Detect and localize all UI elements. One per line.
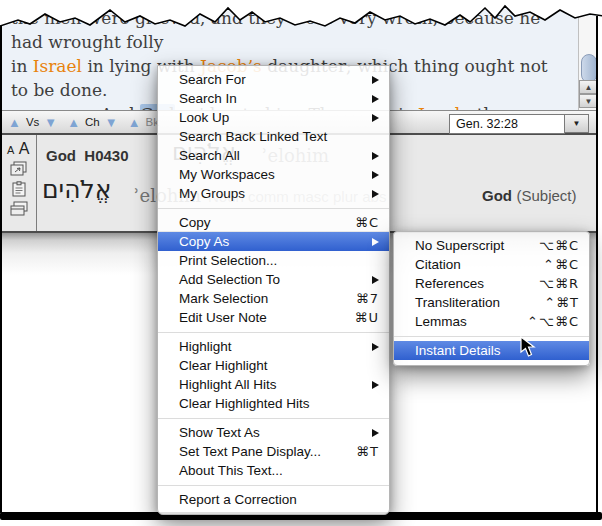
verse-up-button[interactable]: ▲ — [8, 116, 21, 129]
menu-item-label: Clear Highlight — [179, 358, 268, 373]
increase-font-icon[interactable]: A — [19, 140, 30, 157]
menu-item-add-selection-to[interactable]: Add Selection To — [158, 270, 389, 289]
menu-item-label: Mark Selection — [179, 291, 268, 306]
lemma-gloss: God H0430 — [46, 147, 129, 164]
menu-item-label: Highlight — [179, 339, 232, 354]
context-menu: Search For Search In Look Up Search Back… — [157, 65, 390, 515]
menu-item-clear-highlighted-hits[interactable]: Clear Highlighted Hits — [158, 394, 389, 413]
menu-item-mark-selection[interactable]: Mark Selection⌘7 — [158, 289, 389, 308]
submenu-arrow-icon — [372, 76, 379, 84]
menu-item-label: No Superscript — [415, 238, 504, 253]
reference-dropdown-button[interactable]: ▼ — [565, 114, 589, 133]
menu-item-highlight[interactable]: Highlight — [158, 337, 389, 356]
menu-item-about-this-text[interactable]: About This Text... — [158, 461, 389, 480]
details-icon-strip: A A — [2, 135, 37, 231]
menu-item-print-selection[interactable]: Print Selection... — [158, 251, 389, 270]
scrollbar-thumb[interactable] — [581, 54, 596, 83]
chapter-up-button[interactable]: ▲ — [67, 116, 80, 129]
menu-item-label: Set Text Pane Display... — [179, 444, 321, 459]
scroll-down-button[interactable]: ▼ — [579, 94, 596, 108]
menu-shortcut: ⌘U — [354, 310, 379, 325]
menu-item-label: About This Text... — [179, 463, 283, 478]
reference-combobox[interactable]: Gen. 32:28 ▼ — [449, 114, 589, 134]
menu-item-label: Search For — [179, 72, 246, 87]
submenu-item-no-superscript[interactable]: No Superscript⌥⌘C — [394, 236, 589, 255]
gloss-and-role: God (Subject) — [482, 187, 576, 205]
menu-item-report-a-correction[interactable]: Report a Correction — [158, 490, 389, 509]
strongs-number: H0430 — [84, 147, 128, 164]
menu-item-copy[interactable]: Copy⌘C — [158, 213, 389, 232]
menu-item-label: Report a Correction — [179, 492, 297, 507]
panes-icon[interactable] — [10, 201, 28, 217]
up-arrow-icon: ▲ — [585, 83, 593, 92]
submenu-item-lemmas[interactable]: Lemmas⌃⌥⌘C — [394, 312, 589, 331]
menu-item-label: Look Up — [179, 110, 229, 125]
menu-item-label: Print Selection... — [179, 253, 277, 268]
menu-item-highlight-all-hits[interactable]: Highlight All Hits — [158, 375, 389, 394]
submenu-arrow-icon — [372, 171, 379, 179]
menu-item-search-back-linked-text[interactable]: Search Back Linked Text — [158, 127, 389, 146]
menu-shortcut: ⌃⌘T — [544, 295, 579, 310]
menu-separator — [158, 485, 389, 486]
menu-shortcut: ⌘T — [356, 444, 379, 459]
menu-item-label: Instant Details — [415, 343, 501, 358]
menu-shortcut: ⌘7 — [356, 291, 379, 306]
menu-item-label: Clear Highlighted Hits — [179, 396, 310, 411]
menu-shortcut: ⌃⌘C — [543, 257, 579, 272]
screenshot-left-edge — [0, 24, 2, 513]
menu-item-label: Search All — [179, 148, 240, 163]
menu-shortcut: ⌥⌘C — [539, 238, 579, 253]
menu-item-label: Copy — [179, 215, 211, 230]
verse-down-button[interactable]: ▼ — [44, 116, 57, 129]
menu-item-label: Show Text As — [179, 425, 260, 440]
menu-item-label: Search Back Linked Text — [179, 129, 327, 144]
menu-item-clear-highlight[interactable]: Clear Highlight — [158, 356, 389, 375]
menu-separator — [158, 208, 389, 209]
screenshot-right-edge — [596, 16, 598, 513]
menu-item-set-text-pane-display[interactable]: Set Text Pane Display...⌘T — [158, 442, 389, 461]
link-israel[interactable]: Israel — [33, 56, 82, 76]
mouse-cursor — [520, 336, 536, 358]
submenu-item-citation[interactable]: Citation⌃⌘C — [394, 255, 589, 274]
menu-item-my-groups[interactable]: My Groups — [158, 184, 389, 203]
menu-item-label: Add Selection To — [179, 272, 280, 287]
clipboard-icon[interactable] — [10, 181, 28, 197]
scroll-up-button[interactable]: ▲ — [579, 80, 596, 94]
menu-separator — [158, 332, 389, 333]
reference-input[interactable]: Gen. 32:28 — [449, 114, 565, 134]
menu-item-edit-user-note[interactable]: Edit User Note⌘U — [158, 308, 389, 327]
menu-shortcut: ⌥⌘R — [539, 276, 579, 291]
submenu-arrow-icon — [372, 381, 379, 389]
copy-as-submenu: No Superscript⌥⌘C Citation⌃⌘C References… — [393, 231, 590, 366]
submenu-arrow-icon — [372, 343, 379, 351]
menu-item-show-text-as[interactable]: Show Text As — [158, 423, 389, 442]
menu-item-search-in[interactable]: Search In — [158, 89, 389, 108]
dropdown-arrow-icon: ▼ — [573, 119, 581, 128]
book-up-button[interactable]: ▲ — [128, 116, 141, 129]
menu-shortcut: ⌘C — [355, 215, 379, 230]
torn-edge-decoration — [0, 0, 602, 32]
hebrew-inflected-form: אֱלֹהִים — [42, 175, 111, 204]
accordance-screenshot: the men were grieved, and they were very… — [0, 0, 602, 526]
menu-item-search-all[interactable]: Search All — [158, 146, 389, 165]
menu-item-label: Lemmas — [415, 314, 467, 329]
submenu-arrow-icon — [372, 276, 379, 284]
menu-item-look-up[interactable]: Look Up — [158, 108, 389, 127]
menu-separator — [158, 418, 389, 419]
verse-nav-label: Vs — [26, 116, 39, 128]
menu-item-label: Transliteration — [415, 295, 500, 310]
menu-item-my-workspaces[interactable]: My Workspaces — [158, 165, 389, 184]
font-size-buttons[interactable]: A A — [7, 140, 29, 158]
submenu-item-references[interactable]: References⌥⌘R — [394, 274, 589, 293]
submenu-arrow-icon — [372, 152, 379, 160]
menu-item-label: My Groups — [179, 186, 245, 201]
menu-item-copy-as[interactable]: Copy As — [158, 232, 389, 251]
submenu-item-instant-details[interactable]: Instant Details — [394, 341, 589, 360]
menu-item-search-for[interactable]: Search For — [158, 70, 389, 89]
submenu-item-transliteration[interactable]: Transliteration⌃⌘T — [394, 293, 589, 312]
chapter-down-button[interactable]: ▼ — [105, 116, 118, 129]
menu-separator — [394, 336, 589, 337]
menu-item-label: Highlight All Hits — [179, 377, 277, 392]
open-in-window-icon[interactable] — [10, 161, 28, 177]
decrease-font-icon[interactable]: A — [7, 144, 14, 156]
